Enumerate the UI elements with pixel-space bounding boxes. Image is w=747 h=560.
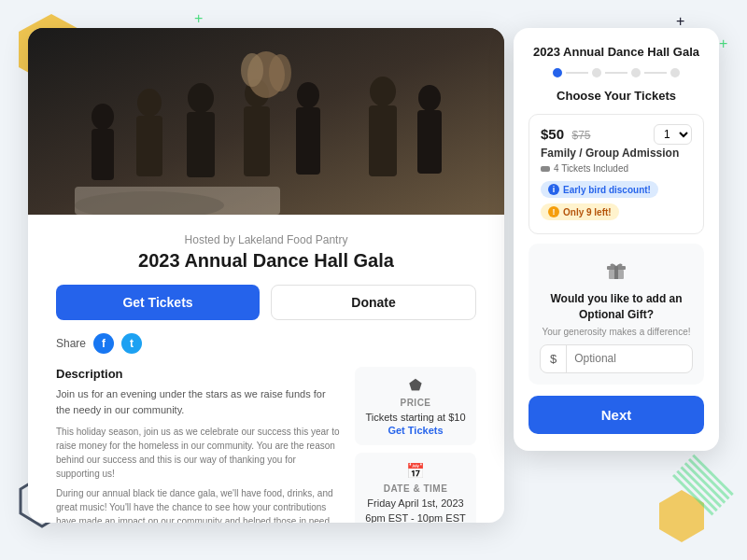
- svg-point-32: [269, 54, 291, 91]
- facebook-share-button[interactable]: f: [93, 333, 114, 354]
- event-title: 2023 Annual Dance Hall Gala: [56, 250, 476, 272]
- description-long2: During our annual black tie dance gala, …: [56, 486, 342, 523]
- description-heading: Description: [56, 367, 342, 381]
- step-4-dot: [670, 68, 680, 77]
- event-body: Hosted by Lakeland Food Pantry 2023 Annu…: [28, 215, 504, 523]
- svg-point-18: [137, 89, 162, 117]
- warning-icon: !: [548, 206, 559, 217]
- svg-rect-11: [684, 462, 726, 504]
- price-get-tickets-link[interactable]: Get Tickets: [364, 425, 467, 436]
- svg-rect-23: [244, 106, 270, 176]
- step-2-dot: [592, 68, 601, 77]
- hosted-by: Hosted by Lakeland Food Pantry: [56, 233, 476, 246]
- panel-event-title: 2023 Annual Dance Hall Gala: [529, 45, 704, 59]
- currency-symbol: $: [541, 345, 567, 372]
- svg-rect-19: [136, 116, 162, 176]
- event-sidebar-info: ⬟ PRICE Tickets starting at $10 Get Tick…: [355, 367, 476, 523]
- donate-button[interactable]: Donate: [271, 285, 476, 320]
- ticket-price-new: $50: [541, 126, 564, 142]
- svg-marker-2: [659, 490, 704, 542]
- early-bird-badge: i Early bird discount!: [541, 181, 658, 198]
- price-value: Tickets starting at $10: [364, 411, 467, 425]
- description-long1: This holiday season, join us as we celeb…: [56, 425, 342, 481]
- description-short: Join us for an evening under the stars a…: [56, 386, 342, 417]
- svg-point-31: [241, 53, 263, 87]
- ticket-name: Family / Group Admission: [541, 147, 692, 160]
- choose-tickets-label: Choose Your Tickets: [529, 89, 704, 103]
- svg-rect-10: [680, 466, 722, 508]
- svg-point-20: [188, 83, 214, 113]
- gift-section: Would you like to add an Optional Gift? …: [529, 244, 704, 385]
- event-hero-image: [28, 28, 504, 215]
- gift-amount-input[interactable]: [567, 345, 693, 371]
- info-icon: i: [548, 184, 559, 195]
- ticket-panel: 2023 Annual Dance Hall Gala Choose Your …: [514, 28, 719, 451]
- svg-rect-40: [614, 266, 618, 279]
- ticket-quantity-select[interactable]: 1 2 3 4: [654, 124, 692, 145]
- price-info-card: ⬟ PRICE Tickets starting at $10 Get Tick…: [355, 367, 476, 445]
- svg-rect-9: [676, 470, 718, 512]
- share-label: Share: [56, 337, 86, 350]
- calendar-icon: 📅: [364, 462, 467, 480]
- event-actions: Get Tickets Donate: [56, 285, 476, 320]
- gift-title: Would you like to add an Optional Gift?: [540, 291, 693, 323]
- includes-dot-icon: [541, 166, 550, 172]
- ticket-prices: $50 $75: [541, 126, 591, 143]
- event-content-row: Description Join us for an evening under…: [56, 367, 476, 523]
- svg-text:+: +: [194, 10, 203, 26]
- svg-rect-33: [75, 187, 280, 215]
- svg-point-24: [297, 82, 319, 108]
- price-label: PRICE: [364, 398, 467, 408]
- svg-rect-8: [672, 474, 714, 516]
- svg-rect-21: [187, 112, 215, 177]
- price-icon: ⬟: [364, 376, 467, 394]
- step-3-dot: [631, 68, 641, 77]
- event-card: Hosted by Lakeland Food Pantry 2023 Annu…: [28, 28, 504, 523]
- svg-rect-17: [92, 129, 114, 180]
- progress-steps: [529, 68, 704, 77]
- gift-subtitle: Your generosity makes a difference!: [540, 327, 693, 337]
- step-line-1: [566, 72, 588, 74]
- date-label: DATE & TIME: [364, 483, 467, 494]
- svg-point-28: [418, 85, 441, 111]
- ticket-price-row: $50 $75 1 2 3 4: [541, 124, 692, 145]
- date-time: 6pm EST - 10pm EST: [364, 511, 467, 523]
- share-row: Share f t: [56, 333, 476, 354]
- ticket-includes: 4 Tickets Included: [541, 163, 692, 174]
- svg-text:+: +: [676, 13, 684, 29]
- svg-rect-25: [296, 107, 320, 175]
- svg-point-26: [370, 77, 396, 106]
- low-stock-badge: ! Only 9 left!: [541, 203, 619, 220]
- get-tickets-button[interactable]: Get Tickets: [56, 285, 260, 320]
- ticket-item: $50 $75 1 2 3 4 Family / Group Admission…: [529, 114, 704, 234]
- event-description: Description Join us for an evening under…: [56, 367, 342, 523]
- svg-rect-29: [417, 110, 442, 174]
- ticket-includes-text: 4 Tickets Included: [554, 163, 628, 174]
- svg-rect-13: [692, 455, 734, 497]
- date-info-card: 📅 DATE & TIME Friday April 1st, 2023 6pm…: [355, 453, 476, 523]
- step-line-2: [605, 72, 627, 74]
- svg-rect-12: [688, 458, 730, 500]
- svg-text:+: +: [719, 35, 727, 51]
- ticket-badges: i Early bird discount! ! Only 9 left!: [541, 179, 692, 224]
- step-line-3: [644, 72, 667, 74]
- next-button[interactable]: Next: [529, 396, 704, 434]
- step-1-dot: [553, 68, 562, 77]
- ticket-price-old: $75: [571, 129, 590, 142]
- svg-rect-27: [369, 105, 397, 176]
- gift-icon: [540, 255, 693, 286]
- gift-input-row: $: [540, 344, 693, 373]
- twitter-share-button[interactable]: t: [121, 333, 142, 354]
- svg-point-16: [92, 104, 114, 130]
- date-value: Friday April 1st, 2023: [364, 497, 467, 511]
